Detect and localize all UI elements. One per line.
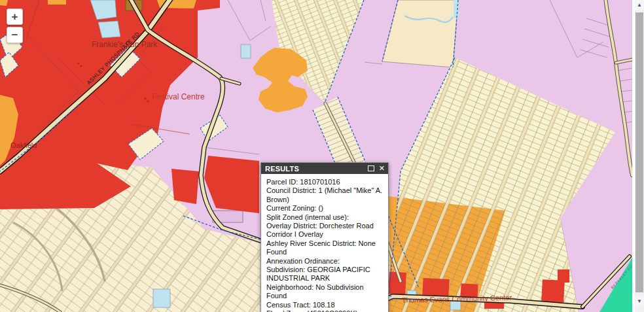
popup-field: Council District: 1 (Michael "Mike" A. B…	[266, 186, 383, 204]
maximize-icon[interactable]	[368, 165, 374, 171]
results-popup: RESULTS ✕ Parcel ID: 1810701016Council D…	[260, 162, 389, 312]
label-oakfield: Oakfield	[10, 141, 37, 149]
minus-icon: −	[12, 29, 18, 42]
popup-field: Ashley River Scenic District: None Found	[266, 239, 383, 257]
close-icon[interactable]: ✕	[379, 165, 385, 172]
scrollbar-thumb[interactable]	[635, 12, 643, 292]
scroll-up-icon[interactable]: ▲	[635, 0, 644, 10]
popup-fields: Parcel ID: 1810701016Council District: 1…	[266, 178, 383, 312]
popup-field: Current Zoning: ()	[266, 204, 383, 213]
label-festival-centre: Festival Centre	[152, 92, 205, 101]
popup-field: Annexation Ordinance:	[266, 257, 383, 266]
popup-body: Parcel ID: 1810701016Council District: 1…	[261, 174, 388, 312]
zoom-out-button[interactable]: −	[7, 27, 23, 43]
popup-field: Overlay District: Dorchester Road Corrid…	[266, 222, 383, 239]
popup-field: Census Tract: 108.18	[266, 301, 383, 309]
popup-header[interactable]: RESULTS ✕	[261, 163, 388, 174]
popup-field: Parcel ID: 1810701016	[266, 178, 383, 186]
zoom-in-button[interactable]: +	[7, 9, 23, 25]
scroll-down-icon[interactable]: ▼	[635, 296, 644, 306]
popup-field: Split Zoned (internal use):	[266, 213, 383, 222]
popup-field: Neighborhood: No Subdivision Found	[266, 283, 383, 301]
popup-field: Flood Zone: (45019C0290K)	[266, 309, 383, 312]
plus-icon: +	[12, 10, 18, 24]
gis-app-window: BERKELEY COUNTY Frankie's Fun Park Festi…	[0, 0, 644, 312]
popup-title: RESULTS	[265, 165, 368, 173]
zoom-control: + −	[7, 9, 22, 43]
vertical-scrollbar[interactable]: ▲ ▼	[635, 0, 644, 312]
popup-field: Subdivision: GEORGIA PACIFIC INDUSTRIAL …	[266, 266, 383, 283]
